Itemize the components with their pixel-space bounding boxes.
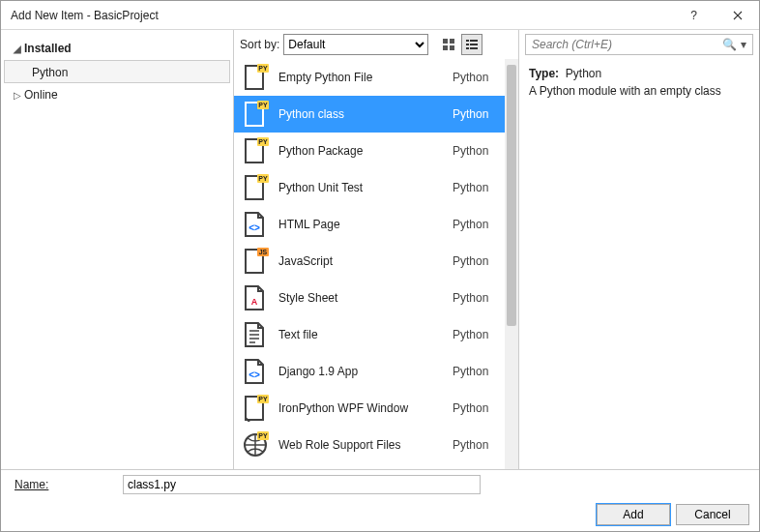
template-category: Python (453, 71, 505, 84)
template-row[interactable]: Text filePython (234, 316, 505, 353)
tree-installed-label: Installed (24, 42, 72, 55)
file-icon: A (242, 284, 269, 311)
svg-text:PY: PY (258, 432, 268, 439)
svg-rect-7 (470, 44, 478, 45)
file-icon: PY (242, 101, 269, 128)
template-category: Python (453, 438, 505, 452)
search-icon[interactable]: 🔍 (720, 38, 739, 51)
close-icon (733, 11, 743, 20)
template-category: Python (453, 144, 505, 158)
file-icon: <> (242, 211, 269, 238)
preview-type-label: Type: (529, 67, 559, 80)
title-bar: Add New Item - BasicProject ? (1, 1, 759, 30)
template-category: Python (453, 401, 505, 415)
template-row[interactable]: PYWeb Role Support FilesPython (234, 427, 505, 463)
template-list-wrap: PYEmpty Python FilePythonPYPython classP… (234, 59, 518, 469)
template-category: Python (453, 218, 505, 231)
search-row: 🔍 ▾ (519, 30, 759, 59)
footer: Add Cancel (1, 498, 759, 531)
template-icon: <> (242, 211, 269, 238)
file-icon: PY (242, 431, 269, 458)
collapse-icon: ◢ (11, 44, 24, 54)
tree-online-label: Online (24, 88, 58, 102)
help-button[interactable]: ? (672, 1, 716, 30)
template-icon: PY (242, 101, 269, 128)
template-icon: A (242, 284, 269, 311)
expand-icon: ▷ (11, 90, 24, 101)
preview-type-row: Type: Python (529, 65, 749, 82)
svg-rect-4 (466, 40, 469, 42)
name-input[interactable] (123, 475, 481, 494)
template-category: Python (453, 107, 505, 121)
template-row[interactable]: PYPython Unit TestPython (234, 169, 505, 206)
svg-rect-9 (470, 47, 478, 49)
svg-text:PY: PY (258, 138, 268, 145)
template-label: Python Unit Test (278, 181, 453, 194)
template-row[interactable]: AStyle SheetPython (234, 280, 505, 316)
template-row[interactable]: JSJavaScriptPython (234, 243, 505, 280)
template-label: Web Role Support Files (278, 438, 453, 452)
view-icons-button[interactable] (438, 34, 459, 55)
template-row[interactable]: PYIronPython WPF WindowPython (234, 390, 505, 427)
preview-description: A Python module with an empty class (529, 82, 749, 100)
template-icon: PY (242, 395, 269, 422)
svg-text:PY: PY (258, 175, 268, 182)
template-icon: PY (242, 431, 269, 458)
tree-python[interactable]: Python (4, 60, 230, 83)
template-icon: PY (242, 137, 269, 164)
template-category: Python (453, 181, 505, 194)
tree-online[interactable]: ▷ Online (1, 84, 233, 105)
template-row[interactable]: <>Django 1.9 AppPython (234, 353, 505, 390)
center-pane: Sort by: Default PYEmpty Python FilePyth… (234, 30, 519, 469)
template-row[interactable]: PYEmpty Python FilePython (234, 59, 505, 96)
template-row[interactable]: <>HTML PagePython (234, 206, 505, 243)
search-input[interactable] (530, 37, 720, 52)
svg-rect-8 (466, 47, 469, 49)
preview-pane: Type: Python A Python module with an emp… (519, 59, 759, 105)
cancel-button[interactable]: Cancel (676, 504, 749, 525)
list-icon (465, 38, 479, 51)
template-label: Python Package (278, 144, 453, 158)
template-list: PYEmpty Python FilePythonPYPython classP… (234, 59, 505, 469)
template-row[interactable]: PYPython PackagePython (234, 133, 505, 169)
svg-text:<>: <> (248, 222, 260, 233)
svg-rect-5 (470, 40, 478, 42)
file-icon: PY (242, 137, 269, 164)
template-label: Python class (278, 107, 453, 121)
template-icon: JS (242, 248, 269, 275)
view-list-button[interactable] (461, 34, 482, 55)
template-icon: PY (242, 174, 269, 201)
template-icon: <> (242, 358, 269, 385)
sort-select[interactable]: Default (283, 34, 428, 55)
tree-installed[interactable]: ◢ Installed (1, 38, 233, 59)
file-icon: PY (242, 174, 269, 201)
file-icon: <> (242, 358, 269, 385)
preview-type-value: Python (566, 67, 601, 80)
svg-text:A: A (251, 297, 258, 307)
svg-text:PY: PY (258, 65, 268, 72)
add-button[interactable]: Add (597, 504, 670, 525)
svg-text:<>: <> (248, 369, 260, 380)
close-button[interactable] (716, 1, 759, 30)
template-icon: PY (242, 64, 269, 91)
grid-icon (442, 38, 455, 51)
template-label: Django 1.9 App (278, 365, 453, 378)
svg-rect-6 (466, 44, 469, 45)
template-label: IronPython WPF Window (278, 401, 453, 415)
svg-text:PY: PY (258, 102, 268, 108)
file-icon: PY (242, 64, 269, 91)
scrollbar[interactable] (505, 59, 518, 469)
svg-rect-1 (450, 39, 454, 44)
name-label: Name: (1, 478, 123, 491)
template-row[interactable]: PYPython classPython (234, 96, 505, 133)
template-label: Style Sheet (278, 291, 453, 305)
scrollbar-thumb[interactable] (507, 65, 516, 326)
file-icon (242, 321, 269, 348)
content: ◢ Installed Python ▷ Online Sort by: Def… (1, 30, 759, 469)
template-category: Python (453, 291, 505, 305)
search-box[interactable]: 🔍 ▾ (525, 34, 753, 55)
svg-text:PY: PY (258, 396, 268, 402)
template-label: Empty Python File (278, 71, 453, 84)
template-icon (242, 321, 269, 348)
search-dropdown-icon[interactable]: ▾ (739, 38, 748, 51)
